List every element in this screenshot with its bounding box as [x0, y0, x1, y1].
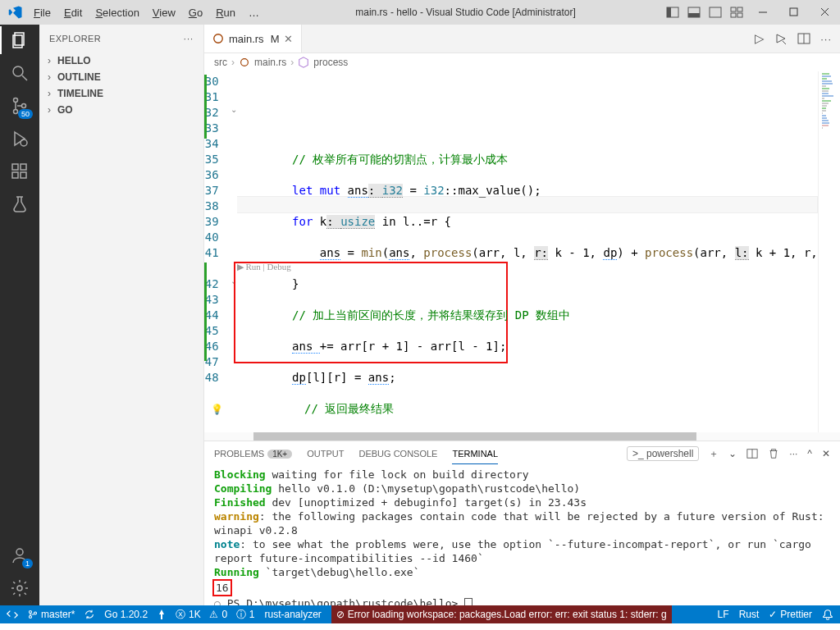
- codelens-run-debug[interactable]: ▶ Run | Debug: [237, 259, 291, 275]
- tab-modified: M: [271, 33, 280, 45]
- tab-main-rs[interactable]: main.rs M ✕: [204, 25, 302, 52]
- customize-layout-icon[interactable]: [730, 6, 743, 19]
- source-control-icon[interactable]: 50: [9, 95, 30, 116]
- tab-output[interactable]: OUTPUT: [307, 444, 344, 463]
- minimize-button[interactable]: [756, 6, 769, 19]
- toggle-panel-right-icon[interactable]: [709, 6, 722, 19]
- svg-rect-1: [667, 7, 671, 17]
- menu-edit[interactable]: Edit: [58, 5, 88, 21]
- svg-point-26: [17, 586, 22, 591]
- close-icon[interactable]: ✕: [284, 33, 293, 45]
- menu-selection[interactable]: Selection: [89, 5, 144, 21]
- breadcrumb[interactable]: src › main.rs › process: [204, 53, 840, 71]
- testing-icon[interactable]: [9, 194, 30, 215]
- run-debug-icon[interactable]: [9, 128, 30, 149]
- svg-point-19: [22, 104, 26, 108]
- menu-file[interactable]: File: [28, 5, 57, 21]
- extensions-icon[interactable]: [9, 161, 30, 182]
- settings-gear-icon[interactable]: [9, 578, 30, 599]
- kill-terminal-icon[interactable]: [768, 448, 779, 459]
- more-panel-icon[interactable]: ···: [789, 448, 797, 459]
- status-language[interactable]: Rust: [739, 609, 760, 620]
- status-problems[interactable]: ⓧ 1K ⚠ 0 ⓘ 1: [176, 608, 254, 622]
- menu-run[interactable]: Run: [210, 5, 241, 21]
- menu-bar: File Edit Selection View Go Run …: [28, 5, 265, 21]
- status-branch[interactable]: master*: [28, 609, 75, 620]
- toggle-panel-left-icon[interactable]: [666, 6, 679, 19]
- status-eol[interactable]: LF: [718, 609, 729, 620]
- gutter-change-bar: [204, 71, 205, 432]
- terminal-dropdown-icon[interactable]: ⌄: [728, 448, 737, 459]
- more-icon[interactable]: ···: [184, 34, 194, 43]
- svg-rect-3: [688, 13, 700, 17]
- annotation-output-box: 16: [212, 579, 232, 596]
- status-remote[interactable]: [7, 609, 18, 620]
- tab-debug-console[interactable]: DEBUG CONSOLE: [358, 444, 437, 463]
- run-button[interactable]: ▷: [755, 31, 765, 46]
- status-sync[interactable]: [84, 609, 94, 619]
- debug-alt-icon[interactable]: [774, 32, 788, 45]
- status-go-update[interactable]: [158, 609, 166, 619]
- tab-terminal[interactable]: TERMINAL: [452, 444, 498, 464]
- svg-point-33: [30, 611, 32, 614]
- sidebar-item-timeline[interactable]: ›TIMELINE: [39, 85, 203, 102]
- status-bar: master* Go 1.20.2 ⓧ 1K ⚠ 0 ⓘ 1 rust-anal…: [0, 605, 840, 623]
- explorer-header: EXPLORER ···: [39, 25, 203, 52]
- code-editor[interactable]: 30313233343536373839404142434445464748 ⌄…: [204, 71, 840, 432]
- horizontal-scrollbar[interactable]: [204, 432, 840, 441]
- menu-more[interactable]: …: [243, 5, 265, 21]
- more-actions-icon[interactable]: ···: [820, 33, 832, 45]
- search-icon[interactable]: [9, 62, 30, 84]
- lightbulb-icon[interactable]: 💡: [211, 404, 223, 415]
- status-error-message[interactable]: ⊘ Error loading workspace: packages.Load…: [331, 605, 672, 623]
- maximize-panel-icon[interactable]: ^: [807, 448, 812, 459]
- accounts-icon[interactable]: 1: [9, 545, 30, 566]
- svg-rect-6: [737, 7, 742, 11]
- vscode-icon: [8, 5, 23, 20]
- svg-rect-23: [21, 172, 26, 178]
- status-prettier[interactable]: ✓ Prettier: [769, 609, 812, 620]
- terminal[interactable]: Blocking waiting for file lock on build …: [204, 466, 840, 605]
- split-terminal-icon[interactable]: [746, 448, 758, 459]
- breadcrumb-src[interactable]: src: [214, 57, 227, 68]
- code-content[interactable]: ▶ Run | Debug // 枚举所有可能的切割点，计算最小成本 let m…: [237, 71, 818, 432]
- explorer-icon[interactable]: [9, 30, 30, 51]
- panel-tabs: PROBLEMS1K+ OUTPUT DEBUG CONSOLE TERMINA…: [204, 441, 840, 466]
- minimap[interactable]: [818, 71, 838, 432]
- rust-file-icon: [212, 33, 224, 44]
- new-terminal-icon[interactable]: ＋: [709, 447, 719, 461]
- explorer-title: EXPLORER: [49, 34, 101, 43]
- status-rust-analyzer[interactable]: rust-analyzer: [264, 609, 321, 620]
- maximize-button[interactable]: [788, 6, 801, 19]
- activity-bar: 50 1: [0, 25, 39, 605]
- window-controls: [756, 6, 832, 19]
- close-button[interactable]: [819, 6, 832, 19]
- menu-view[interactable]: View: [147, 5, 181, 21]
- svg-rect-4: [710, 7, 721, 17]
- svg-point-20: [21, 139, 27, 146]
- explorer-sidebar: EXPLORER ··· ›HELLO ›OUTLINE ›TIMELINE ›…: [39, 25, 204, 605]
- breadcrumb-symbol[interactable]: process: [313, 57, 348, 68]
- close-panel-icon[interactable]: ✕: [822, 448, 830, 459]
- toggle-panel-bottom-icon[interactable]: [687, 6, 701, 19]
- folding-gutter[interactable]: ⌄⌄: [231, 71, 237, 432]
- status-go[interactable]: Go 1.20.2: [104, 609, 148, 620]
- status-notifications-icon[interactable]: [822, 609, 833, 620]
- svg-rect-22: [12, 172, 18, 178]
- menu-go[interactable]: Go: [183, 5, 208, 21]
- rust-file-icon: [239, 57, 250, 68]
- svg-point-17: [14, 98, 18, 103]
- breadcrumb-file[interactable]: main.rs: [254, 57, 286, 68]
- tab-label: main.rs: [229, 33, 264, 45]
- sidebar-item-hello[interactable]: ›HELLO: [39, 52, 203, 69]
- svg-rect-5: [731, 7, 736, 11]
- accounts-badge: 1: [22, 559, 33, 568]
- svg-point-27: [214, 34, 223, 43]
- svg-point-35: [34, 612, 37, 614]
- split-editor-icon[interactable]: [797, 32, 810, 45]
- sidebar-item-outline[interactable]: ›OUTLINE: [39, 69, 203, 85]
- tab-problems[interactable]: PROBLEMS1K+: [214, 444, 292, 463]
- svg-rect-8: [737, 13, 742, 17]
- terminal-shell-label[interactable]: >_ powershell: [627, 446, 699, 461]
- sidebar-item-go[interactable]: ›GO: [39, 102, 203, 118]
